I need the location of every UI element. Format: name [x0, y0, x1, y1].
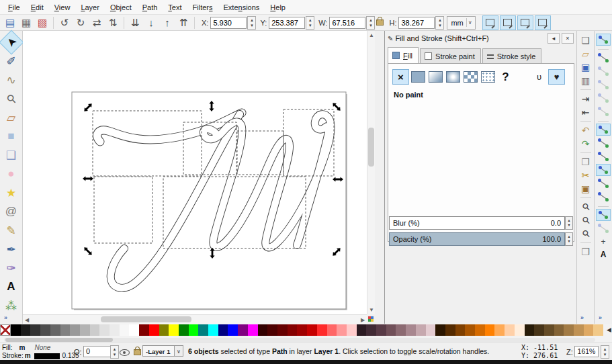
menu-file[interactable]: File [3, 1, 26, 13]
scale-stroke-width-toggle[interactable] [482, 15, 498, 30]
palette-swatch[interactable] [40, 324, 50, 336]
palette-swatch[interactable] [228, 324, 238, 336]
box-3d-tool[interactable]: ❑ [3, 146, 20, 164]
snap-bounding-box-toggle[interactable] [596, 52, 611, 64]
palette-swatch[interactable] [347, 324, 357, 336]
radial-gradient-button[interactable] [445, 69, 462, 85]
swatch-button[interactable] [480, 69, 496, 85]
palette-swatch[interactable] [494, 324, 505, 336]
palette-swatch[interactable] [297, 324, 307, 336]
save-document-button[interactable]: ▣ [578, 60, 593, 73]
snap-paths-toggle[interactable] [596, 137, 611, 149]
palette-swatch[interactable] [406, 324, 416, 336]
text-tool[interactable]: A [3, 278, 20, 295]
palette-scrollbar-thumb[interactable] [5, 338, 113, 342]
duplicate-button[interactable]: ❒ [578, 245, 593, 258]
flip-vertical-button[interactable]: ⇅ [105, 16, 121, 30]
palette-swatch[interactable] [435, 324, 445, 336]
layer-visibility-eye-icon[interactable] [120, 349, 130, 356]
snap-enabled-toggle[interactable] [596, 34, 611, 46]
copy-button[interactable]: ❐ [578, 155, 593, 168]
palette-swatch[interactable] [327, 324, 337, 336]
horizontal-scrollbar[interactable]: ◀ ▶ [23, 314, 367, 324]
palette-swatch[interactable] [396, 324, 406, 336]
pattern-button[interactable] [462, 69, 479, 85]
fill-rule-nonzero-button[interactable]: ♥ [548, 69, 565, 85]
raise-button[interactable]: ↑ [159, 16, 175, 30]
dialog-collapse-button[interactable]: ◂ [548, 33, 560, 44]
rotate-ccw-button[interactable]: ↺ [56, 16, 73, 30]
palette-swatch[interactable] [574, 324, 584, 336]
palette-swatch[interactable] [198, 324, 208, 336]
w-field[interactable] [329, 17, 365, 29]
menu-path[interactable]: Path [137, 1, 163, 13]
palette-swatch[interactable] [277, 324, 288, 336]
snap-path-intersections-toggle[interactable] [596, 150, 611, 163]
lock-ratio-icon[interactable] [376, 19, 384, 26]
palette-swatch[interactable] [60, 324, 71, 336]
palette-swatch[interactable] [11, 324, 21, 336]
opacity-spinner[interactable]: ▴▾ [565, 232, 573, 246]
tab-fill[interactable]: Fill [388, 47, 419, 64]
menu-view[interactable]: View [49, 1, 76, 13]
scale-rounded-corners-toggle[interactable] [500, 15, 516, 30]
fill-rule-evenodd-button[interactable]: υ [531, 69, 548, 85]
snap-cusp-nodes-toggle[interactable] [596, 164, 611, 176]
palette-swatch[interactable] [445, 324, 455, 336]
palette-swatch[interactable] [70, 324, 80, 336]
color-management-toggle-icon[interactable] [368, 316, 374, 322]
x-field[interactable] [210, 17, 247, 29]
snap-bbox-corners-toggle[interactable] [596, 79, 611, 91]
palette-swatch[interactable] [505, 324, 515, 336]
palette-swatch[interactable] [120, 324, 130, 336]
bezier-pen-tool[interactable]: ✒ [3, 240, 20, 258]
palette-swatch[interactable] [129, 324, 139, 336]
layer-selector-chevron-icon[interactable]: ∨ [175, 345, 183, 357]
flat-color-button[interactable] [410, 69, 427, 85]
palette-swatch[interactable] [208, 324, 218, 336]
palette-swatch[interactable] [80, 324, 90, 336]
y-field-spinner[interactable]: ▴▾ [306, 16, 314, 30]
menu-text[interactable]: Text [163, 1, 187, 13]
paste-button[interactable]: ▣ [578, 182, 593, 195]
snap-page-border-toggle[interactable]: + [596, 236, 611, 248]
palette-swatch[interactable] [426, 324, 436, 336]
rotate-cw-button[interactable]: ↻ [73, 16, 89, 30]
print-button[interactable]: ▥ [578, 74, 593, 87]
palette-swatch[interactable] [455, 324, 466, 336]
deselect-button[interactable]: ▧ [34, 16, 50, 30]
w-field-spinner[interactable]: ▴▾ [366, 16, 375, 30]
palette-swatch[interactable] [248, 324, 258, 336]
palette-swatch[interactable] [584, 324, 594, 336]
snap-text-baseline-toggle[interactable]: A [596, 248, 611, 261]
move-gradients-toggle[interactable] [517, 15, 533, 30]
stroke-color-swatch[interactable] [34, 353, 60, 359]
palette-swatch[interactable] [258, 324, 268, 336]
menu-help[interactable]: Help [265, 1, 291, 13]
new-document-button[interactable]: ❏ [578, 34, 593, 46]
redo-button[interactable]: ↷ [578, 137, 593, 150]
snap-rotation-centers-toggle[interactable] [596, 222, 611, 234]
palette-swatch[interactable] [366, 324, 376, 336]
y-field[interactable] [269, 17, 305, 29]
open-document-button[interactable]: ▱ [578, 47, 593, 60]
palette-swatch[interactable] [50, 324, 60, 336]
node-editor-tool[interactable]: ✐ [3, 52, 20, 70]
menu-extensions[interactable]: Extensions [218, 1, 265, 13]
palette-swatch[interactable] [416, 324, 426, 336]
pencil-tool[interactable]: ✎ [3, 222, 20, 239]
menu-filters[interactable]: Filters [187, 1, 218, 13]
palette-swatch[interactable] [218, 324, 228, 336]
menu-edit[interactable]: Edit [26, 1, 49, 13]
palette-swatch[interactable] [386, 324, 396, 336]
tab-stroke-style[interactable]: Stroke style [482, 48, 541, 64]
cut-button[interactable]: ✂ [578, 169, 593, 181]
palette-swatch[interactable] [525, 324, 535, 336]
drawing-area[interactable] [23, 31, 367, 314]
palette-swatch[interactable] [99, 324, 110, 336]
h-field-spinner[interactable]: ▴▾ [435, 16, 444, 30]
blur-slider[interactable]: Blur (%) 0.0 [389, 216, 565, 230]
palette-swatch[interactable] [30, 324, 40, 336]
palette-swatch[interactable] [554, 324, 564, 336]
menu-layer[interactable]: Layer [75, 1, 105, 13]
